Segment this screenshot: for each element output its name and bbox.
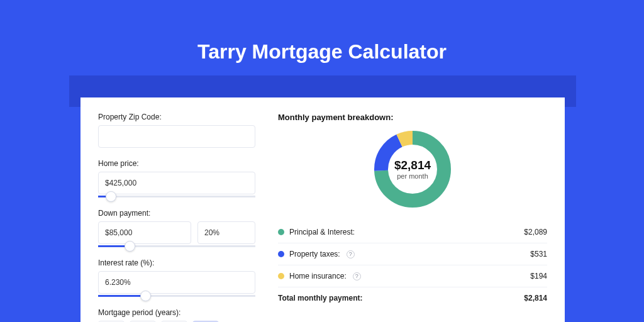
zip-label: Property Zip Code: [98,113,255,121]
price-label: Home price: [98,159,255,168]
rate-group: Interest rate (%): [98,258,255,297]
rate-input[interactable] [98,271,255,294]
legend-amount-principal: $2,089 [524,228,547,236]
info-icon[interactable]: ? [353,272,361,280]
legend-row-taxes: Property taxes: ? $531 [278,243,547,265]
down-amount-input[interactable] [98,221,191,244]
legend-label-principal: Principal & Interest: [289,228,355,236]
calculator-card: Property Zip Code: Home price: Down paym… [80,97,565,322]
zip-group: Property Zip Code: [98,113,255,148]
dot-taxes [278,251,284,257]
down-label: Down payment: [98,209,255,218]
donut-center-sub: per month [397,172,428,180]
legend-label-total: Total monthly payment: [278,294,362,303]
legend-label-insurance: Home insurance: [289,272,347,280]
legend-label-taxes: Property taxes: [289,250,340,258]
breakdown-title: Monthly payment breakdown: [278,113,547,122]
legend: Principal & Interest: $2,089 Property ta… [278,221,547,309]
breakdown-panel: Monthly payment breakdown: $2,814 per mo… [278,113,547,322]
legend-amount-insurance: $194 [530,272,547,280]
legend-row-principal: Principal & Interest: $2,089 [278,221,547,243]
down-group: Down payment: [98,209,255,247]
donut-center-value: $2,814 [394,158,431,172]
rate-slider[interactable] [98,295,255,297]
down-percent-input[interactable] [197,221,255,244]
period-group: Mortgage period (years): 10 15 20 30 [98,308,255,322]
legend-amount-taxes: $531 [530,250,547,258]
rate-label: Interest rate (%): [98,258,255,267]
legend-row-total: Total monthly payment: $2,814 [278,287,547,309]
down-slider[interactable] [98,245,255,247]
zip-input[interactable] [98,125,255,148]
price-input[interactable] [98,172,255,194]
price-slider[interactable] [98,196,255,197]
dot-principal [278,229,284,235]
period-label: Mortgage period (years): [98,308,255,317]
price-group: Home price: [98,159,255,197]
form-panel: Property Zip Code: Home price: Down paym… [98,113,255,322]
page-title: Tarry Mortgage Calculator [0,0,644,64]
legend-row-insurance: Home insurance: ? $194 [278,265,547,287]
dot-insurance [278,273,284,279]
info-icon[interactable]: ? [347,250,355,258]
legend-amount-total: $2,814 [524,294,547,303]
payment-donut-chart: $2,814 per month [372,128,453,210]
